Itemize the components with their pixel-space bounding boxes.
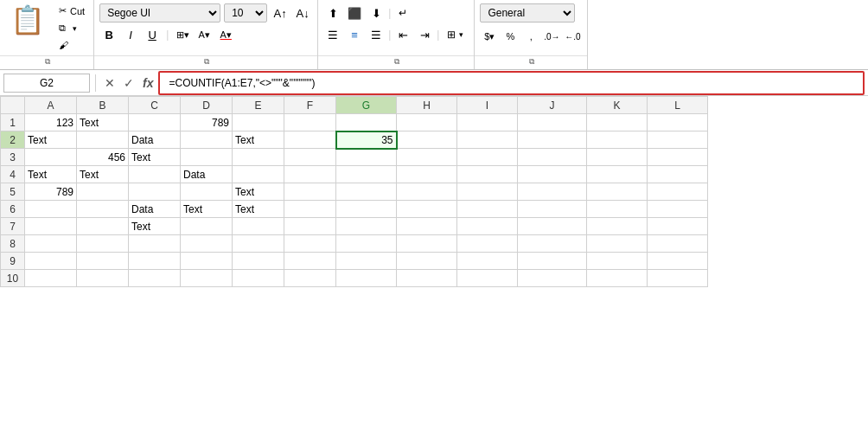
cell-B2[interactable] (77, 131, 129, 149)
cell-C10[interactable] (129, 270, 181, 287)
clipboard-expand-icon[interactable]: ⧉ (45, 57, 50, 67)
align-middle-button[interactable]: ⬛ (345, 3, 364, 22)
cell-E10[interactable] (233, 270, 284, 287)
row-header-4[interactable]: 4 (1, 166, 25, 183)
cell-C6[interactable]: Data (129, 201, 181, 218)
merge-dropdown-icon[interactable]: ▾ (459, 30, 463, 39)
border-button[interactable]: ⊞▾ (173, 25, 192, 44)
cell-K7[interactable] (587, 218, 648, 235)
cell-G8[interactable] (336, 235, 397, 253)
cell-J7[interactable] (518, 218, 587, 235)
cell-G7[interactable] (336, 218, 397, 235)
cell-I9[interactable] (457, 253, 518, 270)
cell-H5[interactable] (397, 183, 457, 201)
cell-F3[interactable] (284, 149, 336, 166)
cell-F9[interactable] (284, 253, 336, 270)
cell-F10[interactable] (284, 270, 336, 287)
indent-decrease-button[interactable]: ⇤ (393, 25, 412, 44)
cell-C8[interactable] (129, 235, 181, 253)
cell-F2[interactable] (284, 131, 336, 149)
cell-A9[interactable] (25, 253, 77, 270)
cell-F8[interactable] (284, 235, 336, 253)
cell-C9[interactable] (129, 253, 181, 270)
align-bottom-button[interactable]: ⬇ (367, 3, 386, 22)
cell-C3[interactable]: Text (129, 149, 181, 166)
col-header-I[interactable]: I (457, 97, 518, 114)
italic-button[interactable]: I (121, 25, 140, 44)
cell-D6[interactable]: Text (181, 201, 233, 218)
col-header-L[interactable]: L (648, 97, 708, 114)
cell-I3[interactable] (457, 149, 518, 166)
cell-D3[interactable] (181, 149, 233, 166)
cell-D7[interactable] (181, 218, 233, 235)
row-header-2[interactable]: 2 (1, 131, 25, 149)
cell-K1[interactable] (587, 114, 648, 131)
row-header-9[interactable]: 9 (1, 253, 25, 270)
align-left-button[interactable]: ☰ (323, 25, 342, 44)
cell-J10[interactable] (518, 270, 587, 287)
cell-L2[interactable] (648, 131, 708, 149)
col-header-H[interactable]: H (397, 97, 457, 114)
row-header-6[interactable]: 6 (1, 201, 25, 218)
row-header-10[interactable]: 10 (1, 270, 25, 287)
merge-center-button[interactable]: ⊞ ▾ (442, 27, 469, 42)
cell-G3[interactable] (336, 149, 397, 166)
indent-increase-button[interactable]: ⇥ (415, 25, 434, 44)
cell-D1[interactable]: 789 (181, 114, 233, 131)
cell-G5[interactable] (336, 183, 397, 201)
cell-A8[interactable] (25, 235, 77, 253)
cell-B9[interactable] (77, 253, 129, 270)
cell-E6[interactable]: Text (233, 201, 284, 218)
cell-reference-input[interactable] (3, 74, 90, 93)
cell-L4[interactable] (648, 166, 708, 183)
cell-J1[interactable] (518, 114, 587, 131)
cell-F4[interactable] (284, 166, 336, 183)
cell-E2[interactable]: Text (233, 131, 284, 149)
font-label[interactable]: ⧉ (94, 55, 317, 69)
cell-I2[interactable] (457, 131, 518, 149)
font-name-select[interactable]: Segoe UI (99, 3, 220, 22)
accounting-button[interactable]: $▾ (480, 27, 499, 46)
cell-I10[interactable] (457, 270, 518, 287)
corner-header[interactable] (1, 97, 25, 114)
cell-A3[interactable] (25, 149, 77, 166)
row-header-7[interactable]: 7 (1, 218, 25, 235)
cell-L9[interactable] (648, 253, 708, 270)
cell-H1[interactable] (397, 114, 457, 131)
alignment-label[interactable]: ⧉ (318, 55, 474, 69)
font-size-select[interactable]: 10 (224, 3, 267, 22)
percent-button[interactable]: % (501, 27, 520, 46)
cell-K8[interactable] (587, 235, 648, 253)
number-label[interactable]: ⧉ (475, 55, 587, 69)
cell-I7[interactable] (457, 218, 518, 235)
cell-L7[interactable] (648, 218, 708, 235)
col-header-A[interactable]: A (25, 97, 77, 114)
decimal-increase-button[interactable]: .0→ (542, 27, 561, 46)
cell-K5[interactable] (587, 183, 648, 201)
align-top-button[interactable]: ⬆ (323, 3, 342, 22)
cell-A4[interactable]: Text (25, 166, 77, 183)
cell-K9[interactable] (587, 253, 648, 270)
alignment-expand-icon[interactable]: ⧉ (394, 57, 399, 67)
col-header-G[interactable]: G (336, 97, 397, 114)
cell-L10[interactable] (648, 270, 708, 287)
cell-K3[interactable] (587, 149, 648, 166)
cell-G9[interactable] (336, 253, 397, 270)
col-header-E[interactable]: E (233, 97, 284, 114)
cell-B10[interactable] (77, 270, 129, 287)
row-header-8[interactable]: 8 (1, 235, 25, 253)
cell-I1[interactable] (457, 114, 518, 131)
cell-H3[interactable] (397, 149, 457, 166)
cell-D9[interactable] (181, 253, 233, 270)
cell-J9[interactable] (518, 253, 587, 270)
col-header-B[interactable]: B (77, 97, 129, 114)
cell-A1[interactable]: 123 (25, 114, 77, 131)
cell-H6[interactable] (397, 201, 457, 218)
cut-button[interactable]: ✂ Cut (55, 3, 88, 18)
row-header-3[interactable]: 3 (1, 149, 25, 166)
cell-K10[interactable] (587, 270, 648, 287)
cell-G4[interactable] (336, 166, 397, 183)
align-right-button[interactable]: ☰ (367, 25, 386, 44)
cell-A10[interactable] (25, 270, 77, 287)
cell-D8[interactable] (181, 235, 233, 253)
